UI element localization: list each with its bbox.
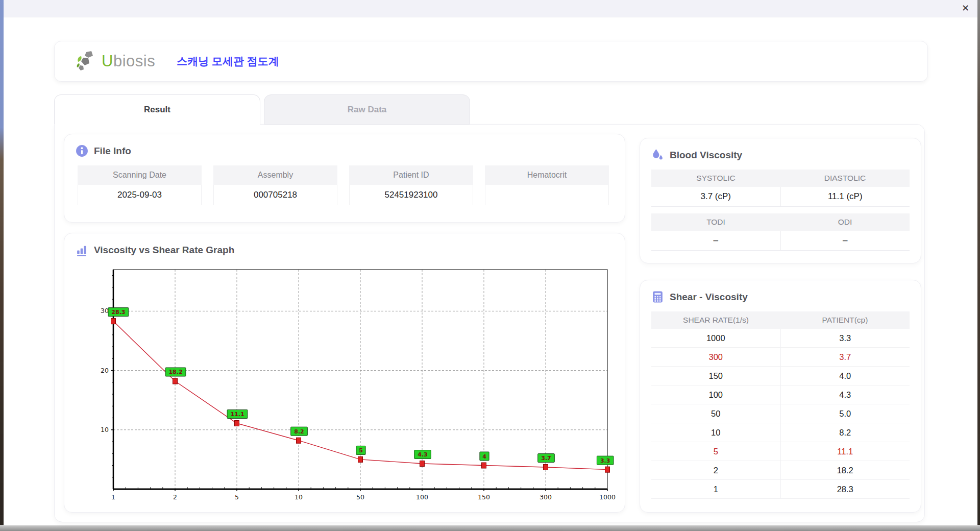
svg-text:100: 100 [416, 493, 428, 501]
tab-bar: Result Raw Data [54, 94, 470, 125]
brand-text: Ubiosis [102, 52, 155, 70]
column-header: SHEAR RATE(1/s) [651, 311, 780, 329]
patient-cell: 5.0 [780, 404, 910, 423]
field-value: 2025-09-03 [78, 185, 202, 205]
svg-text:150: 150 [478, 493, 490, 501]
blood-viscosity-header-row: TODIODI [651, 213, 910, 231]
file-info-card: File Info Scanning Date2025-09-03Assembl… [64, 134, 625, 223]
blood-viscosity-value-row: –– [651, 231, 910, 251]
svg-text:2: 2 [173, 493, 177, 501]
patient-cell: 3.7 [780, 348, 910, 366]
value-cell: 3.7 (cP) [651, 187, 780, 206]
field-value: 52451923100 [349, 185, 473, 205]
blood-viscosity-card: Blood Viscosity SYSTOLICDIASTOLIC3.7 (cP… [640, 138, 921, 263]
blood-viscosity-group: SYSTOLICDIASTOLIC3.7 (cP)11.1 (cP) [651, 170, 910, 207]
column-header: ODI [780, 213, 910, 231]
field-label: Assembly [213, 165, 337, 185]
ubiosis-logo-icon [76, 50, 99, 73]
patient-cell: 28.3 [780, 480, 910, 498]
desktop-edge-left [0, 0, 4, 531]
shear-rate-cell: 50 [651, 404, 780, 423]
svg-text:50: 50 [356, 493, 364, 501]
shear-rate-cell: 1 [651, 480, 780, 498]
table-row: 218.2 [651, 461, 910, 480]
svg-text:28.3: 28.3 [111, 309, 125, 316]
column-header: SYSTOLIC [651, 170, 780, 187]
svg-text:4: 4 [482, 453, 486, 460]
brand-rest: biosis [113, 52, 155, 70]
patient-cell: 18.2 [780, 461, 910, 479]
blood-viscosity-header-row: SYSTOLICDIASTOLIC [651, 170, 910, 187]
table-row: 128.3 [651, 480, 910, 499]
shear-rate-cell: 5 [651, 442, 780, 461]
svg-text:10: 10 [295, 493, 303, 501]
shear-rate-cell: 10 [651, 423, 780, 442]
shear-rate-cell: 2 [651, 461, 780, 479]
info-icon [76, 144, 88, 157]
graph-title: Viscosity vs Shear Rate Graph [94, 245, 234, 256]
blood-viscosity-table: SYSTOLICDIASTOLIC3.7 (cP)11.1 (cP)TODIOD… [651, 170, 910, 251]
svg-text:30: 30 [101, 307, 109, 315]
value-cell: – [780, 231, 910, 250]
column-header: PATIENT(cp) [780, 311, 910, 329]
table-row: 505.0 [651, 404, 910, 423]
app-window: ✕ Ubiosis 스캐닝 모세관 점도계 Result Raw Data [4, 0, 977, 525]
desktop-edge-bottom [0, 525, 980, 531]
tab-raw-data[interactable]: Raw Data [264, 94, 470, 125]
bar-chart-icon [76, 244, 88, 256]
svg-text:11.1: 11.1 [230, 411, 244, 418]
field-label: Scanning Date [78, 165, 202, 185]
blood-viscosity-value-row: 3.7 (cP)11.1 (cP) [651, 187, 910, 207]
shear-rate-cell: 150 [651, 367, 780, 385]
svg-text:3.3: 3.3 [600, 457, 610, 464]
ubiosis-logo: Ubiosis [76, 50, 155, 73]
column-header: DIASTOLIC [780, 170, 910, 187]
graph-card: Viscosity vs Shear Rate Graph 1020301251… [64, 233, 625, 513]
file-info-title: File Info [94, 146, 131, 157]
field-label: Patient ID [349, 165, 473, 185]
field-label: Hematocrit [485, 165, 609, 185]
svg-text:1: 1 [111, 493, 115, 501]
file-info-field: Patient ID52451923100 [349, 165, 473, 205]
file-info-field: Assembly000705218 [213, 165, 337, 205]
blood-viscosity-title: Blood Viscosity [670, 150, 742, 161]
result-panel: File Info Scanning Date2025-09-03Assembl… [54, 124, 925, 522]
shear-rate-cell: 100 [651, 385, 780, 404]
patient-cell: 3.3 [780, 329, 910, 347]
viscosity-chart: 1020301251050100150300100028.318.211.18.… [82, 264, 617, 506]
patient-cell: 4.0 [780, 367, 910, 385]
svg-text:300: 300 [540, 493, 552, 501]
table-row: 10003.3 [651, 329, 910, 348]
value-cell: 11.1 (cP) [780, 187, 910, 206]
value-cell: – [651, 231, 780, 250]
patient-cell: 8.2 [780, 423, 910, 442]
shear-viscosity-card: Shear - Viscosity SHEAR RATE(1/s)PATIENT… [640, 280, 921, 513]
table-row: 511.1 [651, 442, 910, 461]
close-icon[interactable]: ✕ [962, 3, 969, 13]
field-value: 000705218 [213, 185, 337, 205]
table-row: 108.2 [651, 423, 910, 442]
svg-text:5: 5 [235, 493, 239, 501]
svg-text:8.2: 8.2 [294, 428, 304, 435]
shear-rate-cell: 300 [651, 348, 780, 366]
app-title: 스캐닝 모세관 점도계 [177, 54, 279, 68]
tab-result[interactable]: Result [54, 94, 260, 125]
file-info-field: Hematocrit [485, 165, 609, 205]
svg-text:10: 10 [101, 426, 109, 433]
header-card: Ubiosis 스캐닝 모세관 점도계 [54, 41, 928, 82]
svg-text:1000: 1000 [599, 493, 616, 501]
table-row: 1004.3 [651, 385, 910, 404]
desktop-edge-right [977, 0, 980, 531]
file-info-fields: Scanning Date2025-09-03Assembly000705218… [78, 165, 614, 205]
table-row: 3003.7 [651, 348, 910, 367]
window-titlebar: ✕ [4, 0, 977, 17]
brand-letter-u: U [102, 52, 113, 70]
calculator-icon [651, 291, 664, 303]
shear-rate-cell: 1000 [651, 329, 780, 347]
blood-viscosity-group: TODIODI–– [651, 213, 910, 251]
shear-table-header-row: SHEAR RATE(1/s)PATIENT(cp) [651, 311, 910, 329]
svg-text:3.7: 3.7 [541, 455, 551, 462]
field-value [485, 185, 609, 205]
svg-text:18.2: 18.2 [168, 369, 182, 375]
patient-cell: 11.1 [780, 442, 910, 461]
